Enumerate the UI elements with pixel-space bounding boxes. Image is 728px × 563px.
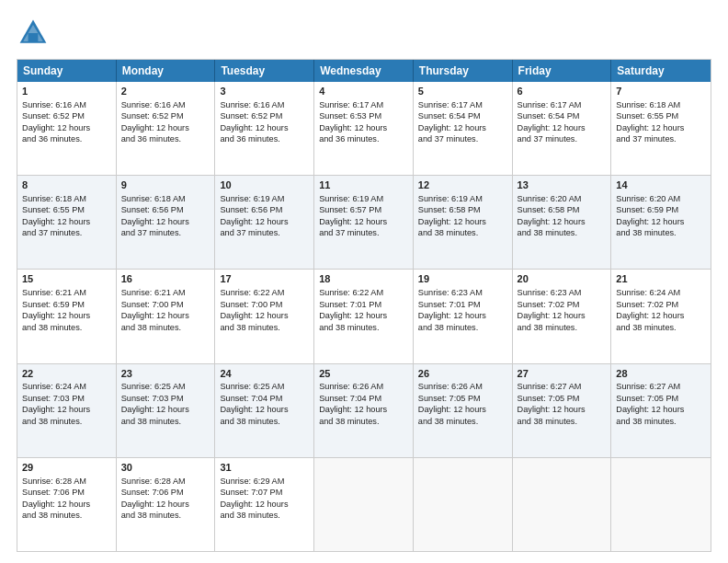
day-number: 8 xyxy=(22,178,111,192)
day-info-line: Sunset: 7:07 PM xyxy=(220,487,309,498)
day-info-line: Sunrise: 6:17 AM xyxy=(518,99,607,110)
day-number: 13 xyxy=(518,178,607,192)
day-info-line: Sunset: 7:05 PM xyxy=(616,393,706,404)
calendar-cell: 30Sunrise: 6:28 AMSunset: 7:06 PMDayligh… xyxy=(117,458,216,551)
day-info-line: Daylight: 12 hours xyxy=(418,122,507,133)
day-info-line: and 38 minutes. xyxy=(220,510,309,521)
calendar-cell: 17Sunrise: 6:22 AMSunset: 7:00 PMDayligh… xyxy=(215,270,314,362)
day-info-line: Sunrise: 6:27 AM xyxy=(518,381,607,392)
day-info-line: and 38 minutes. xyxy=(616,416,706,427)
calendar-cell: 27Sunrise: 6:27 AMSunset: 7:05 PMDayligh… xyxy=(513,364,612,457)
calendar-cell: 12Sunrise: 6:19 AMSunset: 6:58 PMDayligh… xyxy=(414,176,513,269)
day-info-line: Daylight: 12 hours xyxy=(319,404,408,415)
calendar-cell: 22Sunrise: 6:24 AMSunset: 7:03 PMDayligh… xyxy=(17,364,117,457)
header-day-thursday: Thursday xyxy=(414,60,513,82)
day-info-line: Sunset: 6:53 PM xyxy=(319,110,408,121)
day-info-line: Sunrise: 6:29 AM xyxy=(220,476,309,487)
day-info-line: and 38 minutes. xyxy=(220,322,309,333)
day-info-line: Daylight: 12 hours xyxy=(220,122,309,133)
day-info-line: Sunrise: 6:19 AM xyxy=(319,193,408,204)
day-number: 16 xyxy=(121,272,210,286)
day-info-line: Sunset: 6:55 PM xyxy=(22,204,111,215)
calendar-cell: 5Sunrise: 6:17 AMSunset: 6:54 PMDaylight… xyxy=(414,82,513,175)
day-info-line: Sunrise: 6:25 AM xyxy=(121,381,210,392)
calendar-cell: 6Sunrise: 6:17 AMSunset: 6:54 PMDaylight… xyxy=(513,82,612,175)
day-info-line: Sunrise: 6:16 AM xyxy=(220,99,309,110)
day-info-line: and 38 minutes. xyxy=(121,416,210,427)
calendar: SundayMondayTuesdayWednesdayThursdayFrid… xyxy=(17,59,711,552)
day-info-line: and 36 minutes. xyxy=(220,133,309,144)
day-info-line: Sunset: 6:52 PM xyxy=(22,110,111,121)
day-info-line: Sunrise: 6:20 AM xyxy=(616,193,706,204)
calendar-cell: 26Sunrise: 6:26 AMSunset: 7:05 PMDayligh… xyxy=(414,364,513,457)
day-info-line: Sunrise: 6:24 AM xyxy=(22,381,111,392)
day-number: 31 xyxy=(220,461,309,475)
day-info-line: Daylight: 12 hours xyxy=(319,122,408,133)
calendar-cell: 3Sunrise: 6:16 AMSunset: 6:52 PMDaylight… xyxy=(215,82,314,175)
day-number: 24 xyxy=(220,367,309,381)
day-number: 15 xyxy=(22,272,111,286)
day-info-line: Daylight: 12 hours xyxy=(22,216,111,227)
day-info-line: and 38 minutes. xyxy=(319,322,408,333)
day-info-line: Sunrise: 6:17 AM xyxy=(319,99,408,110)
day-number: 2 xyxy=(121,85,210,98)
day-number: 22 xyxy=(22,367,111,381)
day-info-line: and 38 minutes. xyxy=(22,416,111,427)
day-info-line: Sunset: 6:57 PM xyxy=(319,204,408,215)
svg-rect-2 xyxy=(28,33,39,41)
day-info-line: Sunset: 7:06 PM xyxy=(121,487,210,498)
day-info-line: Sunrise: 6:18 AM xyxy=(121,193,210,204)
day-info-line: Sunrise: 6:16 AM xyxy=(22,99,111,110)
day-number: 19 xyxy=(418,272,507,286)
day-info-line: Daylight: 12 hours xyxy=(121,499,210,510)
day-info-line: Daylight: 12 hours xyxy=(518,310,607,321)
day-info-line: Daylight: 12 hours xyxy=(121,216,210,227)
calendar-cell: 7Sunrise: 6:18 AMSunset: 6:55 PMDaylight… xyxy=(611,82,711,175)
day-number: 25 xyxy=(319,367,408,381)
day-info-line: Daylight: 12 hours xyxy=(319,310,408,321)
day-info-line: and 38 minutes. xyxy=(418,227,507,238)
day-info-line: Sunset: 7:00 PM xyxy=(121,299,210,310)
day-info-line: Sunrise: 6:18 AM xyxy=(22,193,111,204)
day-info-line: and 37 minutes. xyxy=(121,227,210,238)
calendar-cell: 23Sunrise: 6:25 AMSunset: 7:03 PMDayligh… xyxy=(117,364,216,457)
calendar-row-4: 22Sunrise: 6:24 AMSunset: 7:03 PMDayligh… xyxy=(17,364,711,458)
header xyxy=(17,17,711,50)
day-number: 14 xyxy=(616,178,706,192)
day-number: 7 xyxy=(616,85,706,98)
day-number: 27 xyxy=(518,367,607,381)
day-number: 23 xyxy=(121,367,210,381)
header-day-saturday: Saturday xyxy=(611,60,711,82)
day-info-line: Sunrise: 6:17 AM xyxy=(418,99,507,110)
day-number: 1 xyxy=(22,85,111,98)
day-info-line: Sunrise: 6:23 AM xyxy=(518,287,607,298)
calendar-cell: 10Sunrise: 6:19 AMSunset: 6:56 PMDayligh… xyxy=(215,176,314,269)
calendar-cell: 25Sunrise: 6:26 AMSunset: 7:04 PMDayligh… xyxy=(314,364,414,457)
day-number: 6 xyxy=(518,85,607,98)
day-info-line: and 38 minutes. xyxy=(319,416,408,427)
day-info-line: Sunset: 6:56 PM xyxy=(121,204,210,215)
calendar-row-1: 1Sunrise: 6:16 AMSunset: 6:52 PMDaylight… xyxy=(17,82,711,176)
page: SundayMondayTuesdayWednesdayThursdayFrid… xyxy=(0,0,728,563)
calendar-cell xyxy=(414,458,513,551)
calendar-cell: 14Sunrise: 6:20 AMSunset: 6:59 PMDayligh… xyxy=(611,176,711,269)
day-info-line: Sunset: 6:58 PM xyxy=(418,204,507,215)
day-info-line: and 37 minutes. xyxy=(22,227,111,238)
day-info-line: Sunset: 6:59 PM xyxy=(616,204,706,215)
calendar-cell: 21Sunrise: 6:24 AMSunset: 7:02 PMDayligh… xyxy=(611,270,711,362)
day-info-line: Sunrise: 6:20 AM xyxy=(518,193,607,204)
day-info-line: and 36 minutes. xyxy=(319,133,408,144)
day-info-line: Sunset: 6:54 PM xyxy=(418,110,507,121)
day-info-line: Daylight: 12 hours xyxy=(616,216,706,227)
day-info-line: Sunset: 7:05 PM xyxy=(418,393,507,404)
day-info-line: Daylight: 12 hours xyxy=(616,122,706,133)
day-info-line: Sunrise: 6:21 AM xyxy=(121,287,210,298)
day-info-line: Daylight: 12 hours xyxy=(22,310,111,321)
day-info-line: and 38 minutes. xyxy=(418,322,507,333)
day-info-line: Sunset: 6:56 PM xyxy=(220,204,309,215)
day-info-line: Sunrise: 6:19 AM xyxy=(220,193,309,204)
header-day-tuesday: Tuesday xyxy=(215,60,314,82)
day-info-line: Sunset: 6:54 PM xyxy=(518,110,607,121)
day-info-line: Daylight: 12 hours xyxy=(22,499,111,510)
calendar-cell: 2Sunrise: 6:16 AMSunset: 6:52 PMDaylight… xyxy=(117,82,216,175)
